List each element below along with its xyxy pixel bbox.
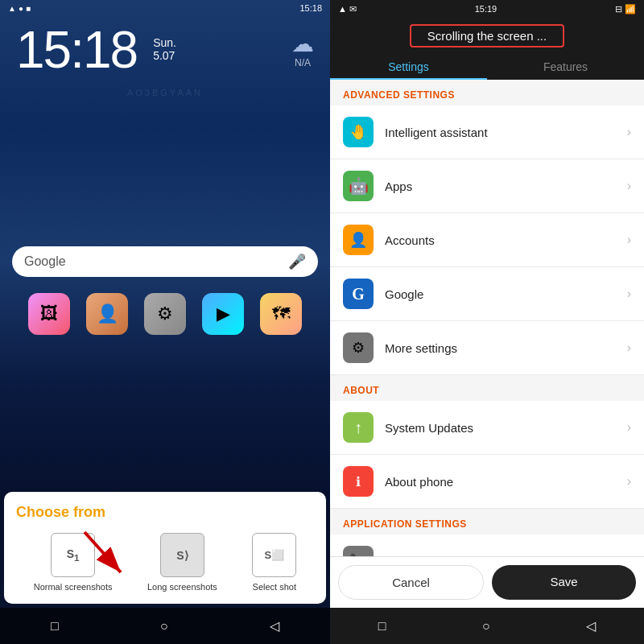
settings-item-google[interactable]: G Google ›	[330, 267, 644, 321]
option-normal-screenshots[interactable]: S1 Normal screenshots	[34, 533, 113, 592]
option-long-screenshots[interactable]: S⟩ Long screenshots	[147, 533, 217, 592]
about-phone-icon: ℹ	[343, 466, 374, 497]
more-settings-label: More settings	[385, 341, 627, 355]
settings-item-apps[interactable]: 🤖 Apps ›	[330, 159, 644, 213]
more-settings-icon: ⚙	[343, 332, 374, 363]
dock-area: 🖼 👤 ⚙ ▶ 🗺	[0, 285, 330, 343]
left-panel: ▲ ● ■ 15:18 15:18 Sun. 5.07 ☁ N/A AO3BGY…	[0, 0, 330, 644]
dock-icon-gallery[interactable]: 🖼	[28, 293, 70, 335]
battery-right-icon: ⊟ 📶	[615, 4, 636, 14]
normal-screenshots-label: Normal screenshots	[34, 582, 113, 592]
chevron-icon-5: ›	[627, 420, 631, 435]
settings-item-about-phone[interactable]: ℹ About phone ›	[330, 455, 644, 509]
notification-icon: ▲ ✉	[338, 4, 357, 14]
chevron-icon-2: ›	[627, 233, 631, 247]
left-date: 5.07	[153, 49, 176, 62]
right-header: Scrolling the screen ...	[330, 18, 644, 54]
tab-settings[interactable]: Settings	[330, 54, 487, 80]
google-settings-icon: G	[343, 279, 374, 309]
choose-dialog: Choose from S1 Normal screenshots	[4, 492, 326, 604]
google-search-bar[interactable]: Google 🎤	[12, 246, 318, 277]
chevron-icon-6: ›	[627, 474, 631, 489]
google-logo: Google	[24, 254, 66, 269]
system-updates-icon: ↑	[343, 412, 374, 443]
right-status-icons-right: ⊟ 📶	[615, 4, 636, 14]
left-status-icons-left: ▲ ● ■	[8, 4, 31, 13]
chevron-icon-3: ›	[627, 287, 631, 301]
right-bottom-nav: □ ○ ◁	[330, 608, 644, 644]
left-weather: N/A	[295, 57, 311, 68]
intelligent-assistant-label: Intelligent assistant	[385, 126, 627, 139]
choose-options: S1 Normal screenshots S⟩ Long screenshot…	[16, 533, 314, 592]
left-clock-area: 15:18 Sun. 5.07 ☁ N/A	[0, 16, 330, 84]
left-status-bar: ▲ ● ■ 15:18	[0, 0, 330, 16]
section-header-about: ABOUT	[330, 375, 644, 401]
save-button[interactable]: Save	[492, 565, 636, 600]
left-date-area: Sun. 5.07	[153, 24, 176, 62]
battery-icon: ■	[26, 4, 31, 13]
call-settings-icon: 📞	[343, 546, 374, 556]
accounts-icon: 👤	[343, 225, 374, 255]
accounts-label: Accounts	[385, 233, 627, 247]
select-shot-icon: S⬜	[252, 533, 296, 577]
settings-item-system-updates[interactable]: ↑ System Updates ›	[330, 401, 644, 455]
dock-icon-contacts[interactable]: 👤	[86, 293, 128, 335]
google-label: Google	[385, 287, 627, 301]
section-header-app-settings: APPLICATION SETTINGS	[330, 509, 644, 535]
bottom-actions: Cancel Save	[330, 556, 644, 608]
option-select-shot[interactable]: S⬜ Select shot	[252, 533, 296, 592]
right-status-icons-left: ▲ ✉	[338, 4, 357, 14]
cloud-icon: ☁	[291, 31, 314, 57]
settings-tabs: Settings Features	[330, 54, 644, 80]
settings-item-more-settings[interactable]: ⚙ More settings ›	[330, 321, 644, 375]
left-big-clock: 15:18	[16, 24, 137, 76]
settings-item-accounts[interactable]: 👤 Accounts ›	[330, 213, 644, 267]
dock-icon-settings[interactable]: ⚙	[144, 293, 186, 335]
scrolling-title: Scrolling the screen ...	[410, 24, 564, 47]
long-screenshots-label: Long screenshots	[147, 582, 217, 592]
settings-list: ADVANCED SETTINGS 🤚 Intelligent assistan…	[330, 80, 644, 556]
normal-screenshot-icon: S1	[51, 533, 95, 577]
chevron-icon-1: ›	[627, 179, 631, 193]
left-day: Sun.	[153, 36, 176, 49]
chevron-icon-0: ›	[627, 125, 631, 139]
right-time: 15:19	[475, 4, 497, 14]
about-phone-label: About phone	[385, 475, 627, 489]
system-updates-label: System Updates	[385, 421, 627, 435]
watermark-area: AO3BGYAAN	[0, 84, 330, 101]
signal-icon: ●	[19, 4, 23, 13]
cancel-button[interactable]: Cancel	[338, 565, 484, 600]
dock-icon-play[interactable]: ▶	[202, 293, 244, 335]
dock-icon-maps[interactable]: 🗺	[260, 293, 302, 335]
right-panel: ▲ ✉ 15:19 ⊟ 📶 Scrolling the screen ... S…	[330, 0, 644, 644]
select-shot-label: Select shot	[253, 582, 296, 592]
nav-square-left[interactable]: □	[51, 619, 59, 634]
left-time: 15:18	[299, 3, 322, 13]
apps-label: Apps	[385, 180, 627, 193]
settings-item-call-settings[interactable]: 📞 Call settings ›	[330, 535, 644, 556]
intelligent-assistant-icon: 🤚	[343, 117, 374, 147]
mic-icon[interactable]: 🎤	[288, 253, 306, 270]
nav-circle-right[interactable]: ○	[482, 619, 490, 634]
section-header-advanced: ADVANCED SETTINGS	[330, 80, 644, 105]
apps-icon: 🤖	[343, 171, 374, 201]
left-bottom-nav: □ ○ ◁	[0, 608, 330, 644]
right-status-bar: ▲ ✉ 15:19 ⊟ 📶	[330, 0, 644, 18]
nav-back-right[interactable]: ◁	[586, 618, 596, 634]
nav-back-left[interactable]: ◁	[270, 618, 279, 634]
tab-features[interactable]: Features	[487, 54, 644, 80]
nav-square-right[interactable]: □	[378, 619, 386, 634]
choose-title: Choose from	[16, 504, 314, 521]
chevron-icon-4: ›	[627, 341, 631, 355]
wifi-icon: ▲	[8, 4, 16, 13]
nav-circle-left[interactable]: ○	[160, 619, 168, 634]
long-screenshot-icon: S⟩	[160, 533, 204, 577]
settings-item-intelligent-assistant[interactable]: 🤚 Intelligent assistant ›	[330, 105, 644, 159]
